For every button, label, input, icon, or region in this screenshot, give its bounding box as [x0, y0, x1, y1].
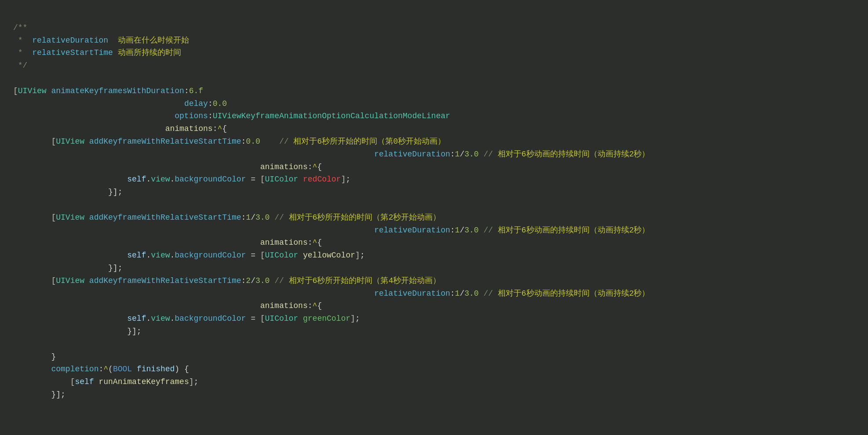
colon1: :	[184, 87, 189, 95]
space4	[84, 213, 89, 222]
rel-dur-val-1b: 3.0	[464, 150, 478, 159]
colon-animations1: :	[213, 124, 218, 133]
bracket-open-6: [	[51, 276, 56, 285]
dot2: .	[170, 175, 175, 184]
self-3: self	[127, 314, 146, 323]
caret-2: ^	[313, 163, 317, 171]
indent-close-completion	[13, 390, 51, 399]
indent-completion	[13, 365, 51, 373]
comment-line-1: /**	[13, 23, 27, 32]
add-keyframe-method-1: addKeyframeWithRelativeStartTime	[89, 137, 241, 146]
slash4: /	[251, 276, 255, 285]
bool-type: BOOL	[113, 365, 132, 373]
semi4: ;	[194, 377, 199, 386]
slash1: /	[460, 150, 464, 159]
eq1: =	[246, 175, 260, 184]
brace-open-1: {	[222, 124, 227, 133]
chinese-inline-3: 相对于6秒所开始的时间（第4秒开始动画）	[289, 276, 441, 285]
indent-close4	[13, 327, 127, 336]
indent-close-main	[13, 352, 51, 361]
comment-space2	[113, 48, 118, 57]
caret-1: ^	[218, 124, 222, 133]
spaces-comment1b	[479, 150, 484, 159]
space1	[47, 87, 51, 95]
spaces-comment3b	[479, 289, 484, 298]
rel-dur-val-1a: 1	[455, 150, 460, 159]
run-animate-method: runAnimateKeyframes	[98, 377, 189, 386]
finished-var: finished	[137, 365, 175, 373]
colon-options: :	[208, 112, 213, 120]
indent-options	[13, 112, 175, 120]
indent-inner2	[13, 213, 51, 222]
uiview-class-3: UIView	[56, 213, 84, 222]
rel-dur-val-3a: 1	[455, 289, 460, 298]
brace-open-4: {	[317, 301, 322, 310]
comment-space1	[108, 36, 118, 45]
bg-color-3: backgroundColor	[175, 314, 246, 323]
self-2: self	[127, 251, 146, 260]
colon-anim3: :	[308, 238, 313, 247]
colon-reldur3: :	[450, 289, 455, 298]
colon-completion: :	[98, 365, 103, 373]
dot1: .	[146, 175, 151, 184]
animations-label-4: animations	[260, 301, 308, 310]
spaces-comment2	[270, 213, 274, 222]
animate-keyframes-method: animateKeyframesWithDuration	[51, 87, 184, 95]
paren-close-1: )	[175, 365, 179, 373]
comment-chinese-1: 动画在什么时候开始	[118, 36, 189, 45]
indent-anim2	[13, 163, 260, 171]
dot5: .	[146, 314, 151, 323]
comment-inline-1: //	[279, 137, 293, 146]
start-time-3a: 2	[246, 276, 251, 285]
dot3: .	[146, 251, 151, 260]
indent-self2	[13, 251, 127, 260]
options-value: UIViewKeyframeAnimationOptionCalculation…	[213, 112, 450, 120]
rel-dur-val-3b: 3.0	[464, 289, 478, 298]
brace-bracket-close-2: }];	[108, 264, 122, 272]
start-time-3b: 3.0	[255, 276, 270, 285]
indent-close2	[13, 188, 108, 196]
uiview-class-4: UIView	[56, 276, 84, 285]
bracket-close-8: ]	[189, 377, 194, 386]
space3	[298, 175, 303, 184]
code-editor: /** * relativeDuration 动画在什么时候开始 * relat…	[13, 9, 855, 401]
duration-value: 6.f	[189, 87, 203, 95]
paren-open-1: (	[108, 365, 113, 373]
spaces-comment2b	[479, 226, 484, 235]
chinese-inline-1b: 相对于6秒动画的持续时间（动画持续2秒）	[498, 150, 650, 159]
chinese-inline-2: 相对于6秒所开始的时间（第2秒开始动画）	[289, 213, 441, 222]
colon-anim4: :	[308, 301, 313, 310]
slash5: /	[460, 289, 464, 298]
green-color: greenColor	[303, 314, 350, 323]
comment-inline-3b: //	[483, 289, 497, 298]
semi2: ;	[360, 251, 365, 260]
space5	[298, 251, 303, 260]
animations-label-1: animations	[165, 124, 213, 133]
uiview-class-2: UIView	[56, 137, 84, 146]
spaces-comment3	[270, 276, 274, 285]
colon-start3: :	[241, 276, 246, 285]
completion-param: completion	[51, 365, 98, 373]
indent-close3	[13, 264, 108, 272]
caret-3: ^	[313, 238, 317, 247]
close-main: }];	[51, 390, 65, 399]
comment-relative-duration: relativeDuration	[32, 36, 108, 45]
start-time-2a: 1	[246, 213, 251, 222]
indent-rel-dur-1	[13, 150, 374, 159]
relative-duration-3: relativeDuration	[374, 289, 450, 298]
view-3: view	[151, 314, 170, 323]
indent-self3	[13, 314, 127, 323]
uicolor-2: UIColor	[265, 251, 299, 260]
brace-bracket-close-1: }];	[108, 188, 122, 196]
bracket-open-4: [	[51, 213, 56, 222]
uiview-class-1: UIView	[18, 87, 47, 95]
indent-anim4	[13, 301, 260, 310]
add-keyframe-method-2: addKeyframeWithRelativeStartTime	[89, 213, 241, 222]
bracket-open-7: [	[260, 314, 265, 323]
indent-run	[13, 377, 70, 386]
semi3: ;	[355, 314, 360, 323]
indent-rel-dur-2	[13, 226, 374, 235]
bg-color-2: backgroundColor	[175, 251, 246, 260]
rel-dur-val-2b: 3.0	[464, 226, 478, 235]
indent-self1	[13, 175, 127, 184]
